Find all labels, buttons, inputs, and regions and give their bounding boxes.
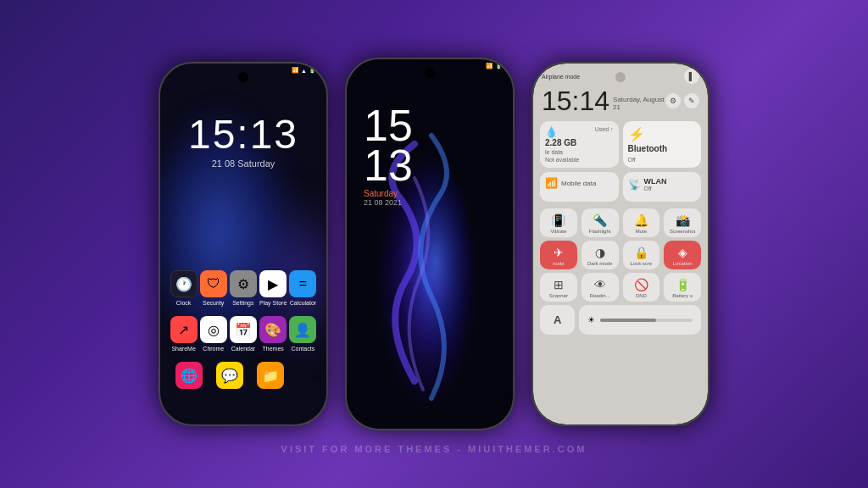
cc-scanner-tile[interactable]: ⊞ Scanner — [540, 273, 577, 302]
cc-brightness-icon: ☀ — [587, 315, 595, 324]
app-row-2: ↗ ShareMe ◎ Chrome 📅 Calendar 🎨 — [169, 316, 318, 352]
app-security-label: Security — [203, 300, 224, 306]
phone-1-screen: 📶 ▲ 🔋 15:13 21 08 Saturday 🕐 Clock — [160, 64, 326, 424]
phone-2-min: 13 — [364, 146, 413, 186]
phone-3-bg: Airplane mode ▌ 15:14 Saturday, August 2… — [533, 64, 708, 424]
cc-lockscreen-tile[interactable]: 🔒 Lock scre — [623, 241, 660, 269]
cc-bluetooth-tile[interactable]: ⚡ Bluetooth Off — [623, 121, 702, 168]
cc-dnd-icon: 🚫 — [634, 278, 648, 291]
app-clock-label: Clock — [176, 300, 192, 306]
cc-location-tile[interactable]: ◈ Location — [664, 241, 701, 269]
cc-data-tile[interactable]: 💧 Used ↑ 2.28 GB le data Not available — [540, 121, 619, 168]
cc-vibrate-tile[interactable]: 📳 Vibrate — [540, 208, 577, 237]
app-row-3: 🌐 💬 📁 — [169, 362, 318, 389]
cc-bottom-row: A ☀ — [533, 302, 708, 335]
cc-airplane-label: Airplane mode — [542, 74, 580, 80]
app-chrome-label: Chrome — [203, 346, 224, 352]
battery-icon: 🔋 — [309, 67, 316, 74]
cc-mute-tile[interactable]: 🔔 Mute — [623, 208, 660, 237]
cc-data-status: Not available — [545, 157, 614, 163]
phone-1-apps: 🕐 Clock 🛡 Security ⚙ Settings ▶ — [160, 270, 326, 399]
app-row-1: 🕐 Clock 🛡 Security ⚙ Settings ▶ — [169, 270, 318, 306]
app-security[interactable]: 🛡 Security — [200, 270, 227, 306]
cc-data-value: 2.28 GB — [545, 138, 614, 147]
cc-brightness-tile[interactable]: ☀ — [579, 305, 701, 335]
cc-vibrate-label: Vibrate — [550, 229, 566, 234]
app-security-icon: 🛡 — [200, 270, 227, 297]
battery-icon-2: 🔋 — [495, 63, 503, 69]
cc-main-grid: 💧 Used ↑ 2.28 GB le data Not available ⚡ — [533, 118, 708, 205]
app-contacts[interactable]: 👤 Contacts — [289, 316, 316, 352]
cc-battery-label: Battery s — [672, 293, 693, 298]
cc-flashlight-tile[interactable]: 🔦 Flashlight — [581, 208, 619, 237]
cc-battery-tile[interactable]: 🔋 Battery s — [664, 273, 701, 302]
cc-data-label: le data — [545, 149, 614, 155]
cc-settings-icon[interactable]: ⚙ — [665, 93, 681, 108]
app-shareme[interactable]: ↗ ShareMe — [170, 316, 198, 352]
cc-data-icon: 💧 — [545, 126, 558, 138]
app-playstore[interactable]: ▶ Play Store — [259, 270, 287, 306]
brightness-fill — [600, 319, 655, 322]
cc-row-2: 📶 Mobile data 📡 WLAN Off — [540, 172, 701, 202]
app-themes-icon: 🎨 — [259, 316, 287, 343]
cc-small-grid-3: ⊞ Scanner 👁 Readin... 🚫 DND 🔋 Battery s — [533, 273, 708, 302]
app-calendar-icon: 📅 — [230, 316, 257, 343]
cc-data-used-label: Used ↑ — [595, 126, 614, 132]
wifi-icon: ▲ — [301, 68, 307, 74]
cc-time-group: 15:14 Saturday, August 21 — [542, 87, 665, 114]
cc-screenshot-tile[interactable]: 📸 Screenshot — [664, 208, 701, 237]
cc-darkmode-tile[interactable]: ◑ Dark mode — [581, 241, 619, 269]
cc-font-icon: A — [554, 313, 561, 326]
phone-2-date: 21 08 2021 — [364, 198, 413, 207]
cc-mobile-tile[interactable]: 📶 Mobile data — [540, 172, 619, 202]
cc-mute-label: Mute — [636, 229, 647, 234]
cc-reading-tile[interactable]: 👁 Readin... — [581, 273, 619, 302]
cc-wlan-status: Off — [644, 186, 667, 191]
cc-screenshot-icon: 📸 — [676, 214, 690, 227]
cc-dnd-tile[interactable]: 🚫 DND — [623, 273, 660, 302]
cc-flashlight-label: Flashlight — [589, 229, 611, 234]
cc-lock-icon: 🔒 — [634, 246, 648, 259]
cc-mobile-label: Mobile data — [561, 180, 596, 187]
cc-scanner-label: Scanner — [549, 293, 568, 298]
cc-time-row: 15:14 Saturday, August 21 ⚙ ✎ — [533, 86, 708, 118]
cc-vibrate-icon: 📳 — [551, 214, 565, 227]
cc-location-label: Location — [673, 261, 693, 266]
cc-reading-icon: 👁 — [594, 278, 606, 291]
cc-row-1: 💧 Used ↑ 2.28 GB le data Not available ⚡ — [540, 121, 701, 168]
app-mibrowser-icon: 🌐 — [175, 362, 203, 389]
cc-wlan-tile[interactable]: 📡 WLAN Off — [623, 172, 702, 202]
app-shareme-label: ShareMe — [171, 346, 195, 352]
cc-font-tile[interactable]: A — [540, 305, 575, 335]
app-chrome[interactable]: ◎ Chrome — [200, 316, 227, 352]
phone-1: 📶 ▲ 🔋 15:13 21 08 Saturday 🕐 Clock — [159, 62, 328, 426]
cc-edit-icon[interactable]: ✎ — [684, 93, 699, 108]
app-files[interactable]: 📁 — [257, 362, 284, 389]
app-contacts-icon: 👤 — [289, 316, 316, 343]
app-clock-icon: 🕐 — [170, 270, 198, 297]
cc-bluetooth-status: Off — [628, 157, 697, 163]
punch-hole-3 — [615, 72, 626, 82]
cc-battery-indicator: ▌ — [684, 69, 699, 84]
brightness-bar[interactable] — [600, 319, 693, 322]
phone-2-hour: 15 — [364, 106, 413, 146]
cc-reading-label: Readin... — [590, 293, 610, 298]
app-messages[interactable]: 💬 — [216, 362, 243, 389]
app-clock[interactable]: 🕐 Clock — [170, 270, 198, 306]
punch-hole-1 — [238, 72, 248, 82]
cc-mute-icon: 🔔 — [634, 214, 648, 227]
phone-1-time-block: 15:13 21 08 Saturday — [160, 114, 326, 169]
app-playstore-label: Play Store — [259, 300, 287, 306]
app-calendar[interactable]: 📅 Calendar — [230, 316, 257, 352]
status-icons-1: 📶 ▲ 🔋 — [292, 67, 316, 74]
phone-3: Airplane mode ▌ 15:14 Saturday, August 2… — [531, 62, 709, 426]
phone-2-bg: 📶 🔋 15 13 Saturday 21 08 2021 — [347, 59, 513, 429]
app-mibrowser[interactable]: 🌐 — [175, 362, 203, 389]
app-settings-icon: ⚙ — [230, 270, 257, 297]
cc-airplane-tile[interactable]: ✈ node — [540, 241, 577, 269]
cc-bluetooth-icon: ⚡ — [628, 126, 645, 142]
cc-mobile-icon: 📶 — [545, 177, 558, 189]
app-calculator[interactable]: = Calculator — [289, 270, 316, 306]
app-settings[interactable]: ⚙ Settings — [230, 270, 257, 306]
app-themes[interactable]: 🎨 Themes — [259, 316, 287, 352]
